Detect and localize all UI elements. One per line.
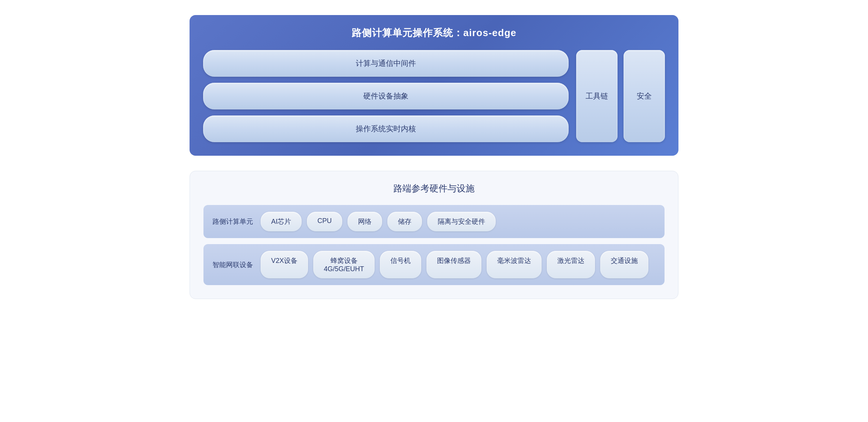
os-title: 路侧计算单元操作系统：airos-edge [203,26,665,39]
hw-item-1-6: 交通设施 [600,251,648,278]
os-side-panel: 工具链安全 [576,50,665,142]
hw-row-label-0: 路侧计算单元 [212,217,253,226]
hw-item-1-1: 蜂窝设备 4G/5G/EUHT [313,251,375,278]
hw-section: 路端参考硬件与设施 路侧计算单元AI芯片CPU网络储存隔离与安全硬件智能网联设备… [190,171,678,299]
hw-item-0-4: 隔离与安全硬件 [427,212,496,231]
hw-item-0-0: AI芯片 [261,212,302,231]
hw-item-1-3: 图像传感器 [426,251,481,278]
hw-item-1-2: 信号机 [380,251,421,278]
os-content: 计算与通信中间件硬件设备抽象操作系统实时内核 工具链安全 [203,50,665,142]
hw-item-0-3: 储存 [387,212,422,231]
os-layer-2: 操作系统实时内核 [203,115,569,142]
os-section: 路侧计算单元操作系统：airos-edge 计算与通信中间件硬件设备抽象操作系统… [190,15,678,156]
hw-item-1-4: 毫米波雷达 [487,251,542,278]
os-layer-0: 计算与通信中间件 [203,50,569,77]
os-layer-1: 硬件设备抽象 [203,83,569,109]
hw-item-1-0: V2X设备 [261,251,308,278]
os-layers: 计算与通信中间件硬件设备抽象操作系统实时内核 [203,50,569,142]
os-side-item-0: 工具链 [576,50,618,142]
hw-row-0: 路侧计算单元AI芯片CPU网络储存隔离与安全硬件 [203,205,665,238]
hw-rows: 路侧计算单元AI芯片CPU网络储存隔离与安全硬件智能网联设备V2X设备蜂窝设备 … [203,205,665,285]
hw-row-1: 智能网联设备V2X设备蜂窝设备 4G/5G/EUHT信号机图像传感器毫米波雷达激… [203,244,665,285]
hw-item-1-5: 激光雷达 [547,251,595,278]
hw-title: 路端参考硬件与设施 [203,182,665,194]
hw-item-0-1: CPU [307,212,342,231]
hw-row-label-1: 智能网联设备 [212,260,253,269]
hw-item-0-2: 网络 [348,212,382,231]
hw-row-items-0: AI芯片CPU网络储存隔离与安全硬件 [261,212,656,231]
os-side-item-1: 安全 [624,50,665,142]
hw-row-items-1: V2X设备蜂窝设备 4G/5G/EUHT信号机图像传感器毫米波雷达激光雷达交通设… [261,251,656,278]
